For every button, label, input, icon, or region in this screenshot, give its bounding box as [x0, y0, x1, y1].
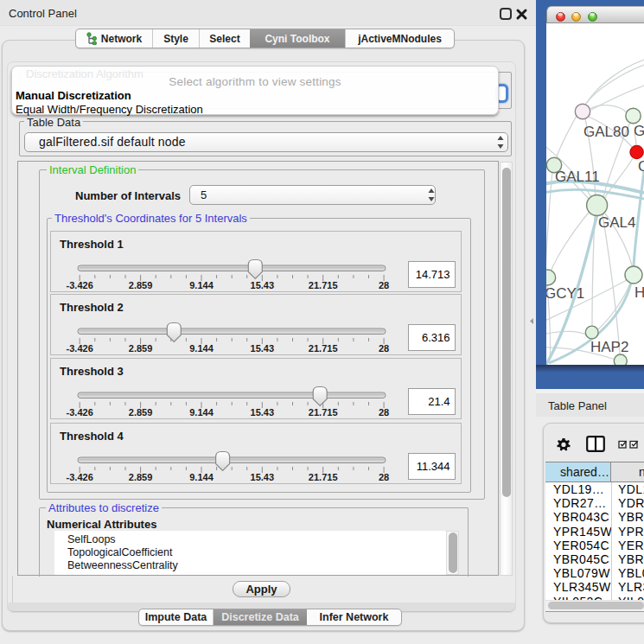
svg-text:-3.426: -3.426	[67, 280, 93, 290]
svg-text:9.144: 9.144	[189, 280, 214, 290]
svg-text:28: 28	[379, 343, 389, 354]
svg-text:2.859: 2.859	[129, 472, 153, 482]
svg-text:15.43: 15.43	[251, 407, 275, 418]
svg-text:GAL4: GAL4	[598, 214, 635, 231]
svg-text:21.715: 21.715	[309, 280, 338, 290]
svg-text:9.144: 9.144	[189, 343, 214, 354]
svg-text:21.715: 21.715	[309, 472, 338, 482]
svg-text:GA: GA	[634, 123, 644, 139]
svg-text:28: 28	[379, 472, 389, 482]
svg-text:-3.426: -3.426	[67, 407, 93, 418]
svg-text:15.43: 15.43	[251, 280, 275, 290]
svg-text:21.715: 21.715	[309, 343, 338, 354]
svg-text:C: C	[638, 158, 644, 175]
svg-text:HAP2: HAP2	[590, 339, 628, 355]
svg-text:GAL80: GAL80	[583, 124, 629, 140]
svg-text:21.715: 21.715	[309, 407, 338, 418]
svg-text:28: 28	[379, 407, 389, 418]
svg-text:15.43: 15.43	[251, 472, 275, 482]
svg-text:2.859: 2.859	[129, 407, 153, 418]
svg-text:9.144: 9.144	[189, 472, 214, 482]
svg-text:15.43: 15.43	[251, 343, 275, 354]
svg-text:-3.426: -3.426	[67, 343, 93, 354]
svg-text:28: 28	[379, 280, 389, 290]
svg-text:-3.426: -3.426	[67, 472, 93, 482]
svg-text:H: H	[634, 284, 644, 301]
svg-text:GAL11: GAL11	[555, 169, 600, 185]
svg-text:2.859: 2.859	[129, 343, 153, 354]
svg-text:GCY1: GCY1	[546, 285, 584, 302]
svg-text:9.144: 9.144	[189, 407, 214, 418]
svg-text:2.859: 2.859	[129, 280, 153, 290]
